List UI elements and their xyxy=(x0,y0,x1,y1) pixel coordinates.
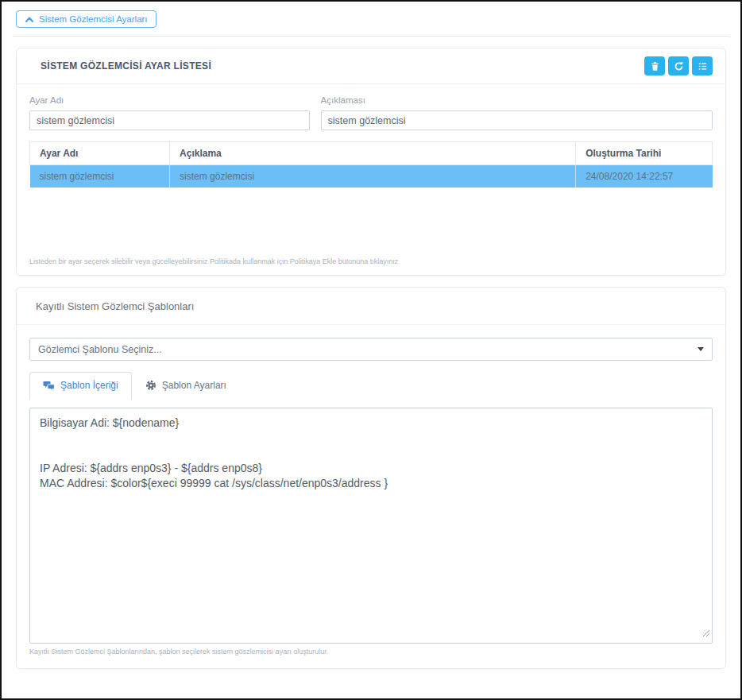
settings-table: Ayar Adı Açıklama Oluşturma Tarihi siste… xyxy=(29,141,713,188)
settings-form: Ayar Adı Açıklaması xyxy=(29,95,713,130)
template-content-textarea[interactable]: Bilgisayar Adi: ${nodename} IP Adresi: $… xyxy=(29,408,713,644)
list-icon xyxy=(698,61,708,72)
template-tabs: Şablon İçeriği Şablon Ayarları xyxy=(29,372,713,400)
settings-table-body: sistem gözlemcisi sistem gözlemcisi 24/0… xyxy=(30,165,713,188)
templates-panel: Kayıtlı Sistem Gözlemci Şablonları Gözle… xyxy=(16,287,726,669)
comments-icon xyxy=(43,381,55,391)
templates-hint-text: Kayıtlı Sistem Gözlemci Şablonlarından, … xyxy=(29,648,713,656)
column-header-name: Ayar Adı xyxy=(30,142,170,165)
list-button[interactable] xyxy=(692,56,713,75)
settings-table-header-row: Ayar Adı Açıklama Oluşturma Tarihi xyxy=(30,142,713,165)
description-input[interactable] xyxy=(321,110,713,130)
description-field-label: Açıklaması xyxy=(321,95,713,105)
delete-button[interactable] xyxy=(644,56,665,75)
collapse-settings-label: Sistem Gözlemcisi Ayarları xyxy=(39,14,148,24)
resize-handle[interactable] xyxy=(702,626,710,640)
column-header-description: Açıklama xyxy=(170,142,576,165)
name-field-group: Ayar Adı xyxy=(29,95,310,130)
templates-panel-title: Kayıtlı Sistem Gözlemci Şablonları xyxy=(36,300,194,312)
settings-toolbar xyxy=(644,56,713,75)
column-header-created: Oluşturma Tarihi xyxy=(576,142,713,165)
settings-hint-text: Listeden bir ayar seçerek silebilir veya… xyxy=(29,257,713,265)
chevron-up-icon xyxy=(25,16,34,23)
refresh-button[interactable] xyxy=(668,56,689,75)
name-field-label: Ayar Adı xyxy=(29,95,310,105)
settings-table-head: Ayar Adı Açıklama Oluşturma Tarihi xyxy=(30,142,713,165)
description-field-group: Açıklaması xyxy=(321,95,713,130)
tab-template-settings[interactable]: Şablon Ayarları xyxy=(132,372,240,400)
gear-icon xyxy=(145,380,157,391)
refresh-icon xyxy=(674,61,684,72)
settings-panel-body: Ayar Adı Açıklaması Ayar Adı Açıklama Ol… xyxy=(17,84,725,275)
settings-panel-title: SİSTEM GÖZLEMCİSİ AYAR LİSTESİ xyxy=(41,60,211,72)
template-content-wrap: Bilgisayar Adi: ${nodename} IP Adresi: $… xyxy=(29,408,713,644)
topbar: Sistem Gözlemcisi Ayarları xyxy=(2,2,740,28)
template-select-wrap: Gözlemci Şablonu Seçiniz... xyxy=(29,338,713,361)
collapse-settings-button[interactable]: Sistem Gözlemcisi Ayarları xyxy=(16,10,157,28)
page: Sistem Gözlemcisi Ayarları SİSTEM GÖZLEM… xyxy=(0,0,742,700)
templates-panel-header: Kayıtlı Sistem Gözlemci Şablonları xyxy=(17,288,725,325)
cell-name: sistem gözlemcisi xyxy=(30,165,170,188)
table-empty-space xyxy=(29,188,713,257)
settings-panel-header: SİSTEM GÖZLEMCİSİ AYAR LİSTESİ xyxy=(17,48,725,84)
cell-description: sistem gözlemcisi xyxy=(170,165,576,188)
tab-template-content-label: Şablon İçeriği xyxy=(60,380,118,391)
top-divider xyxy=(13,36,729,37)
table-row-selected[interactable]: sistem gözlemcisi sistem gözlemcisi 24/0… xyxy=(30,165,713,188)
templates-panel-body: Gözlemci Şablonu Seçiniz... Şablon İçeri… xyxy=(17,325,725,668)
tab-template-content[interactable]: Şablon İçeriği xyxy=(29,372,132,400)
template-select[interactable]: Gözlemci Şablonu Seçiniz... xyxy=(29,338,713,361)
name-input[interactable] xyxy=(29,110,310,130)
cell-created: 24/08/2020 14:22:57 xyxy=(576,165,713,188)
settings-panel: SİSTEM GÖZLEMCİSİ AYAR LİSTESİ xyxy=(16,48,726,276)
trash-icon xyxy=(650,61,660,72)
tab-template-settings-label: Şablon Ayarları xyxy=(162,380,226,391)
